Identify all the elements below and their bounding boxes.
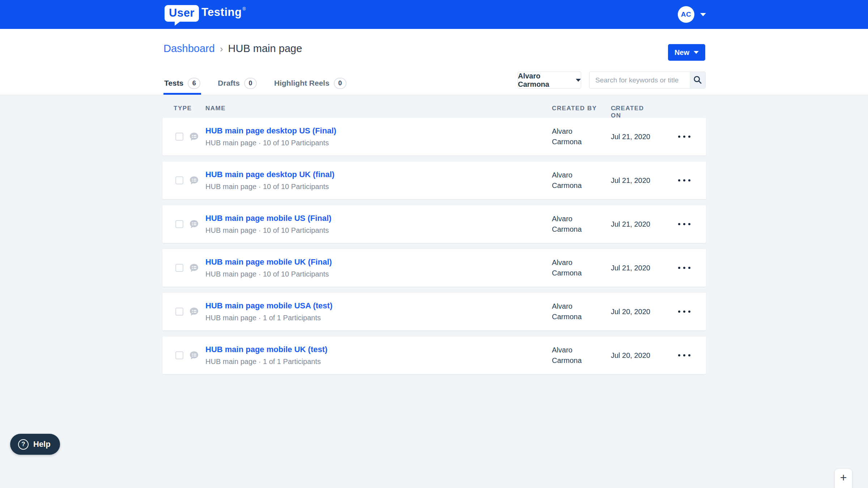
breadcrumb-dashboard-link[interactable]: Dashboard <box>163 43 215 55</box>
ellipsis-icon <box>678 179 680 181</box>
created-on-cell: Jul 20, 2020 <box>611 293 650 330</box>
help-button-label: Help <box>33 440 51 449</box>
created-by-cell: Alvaro Carmona <box>552 249 582 287</box>
row-actions-button[interactable] <box>672 293 696 330</box>
logo-speech-bubble: User <box>165 5 199 22</box>
test-subtitle: HUB main page · 10 of 10 Participants <box>205 226 331 235</box>
logo-testing-text: Testing <box>201 6 242 19</box>
test-name-cell: HUB main page mobile US (Final) HUB main… <box>205 205 331 243</box>
chevron-down-icon <box>576 79 581 82</box>
test-type-chat-bubble-icon <box>189 307 199 317</box>
test-subtitle: HUB main page · 1 of 1 Participants <box>205 314 332 322</box>
tab-drafts-label: Drafts <box>218 79 240 87</box>
test-type-chat-bubble-icon <box>189 176 199 185</box>
ellipsis-icon <box>678 311 680 313</box>
created-on-cell: Jul 21, 2020 <box>611 249 650 287</box>
search-input[interactable] <box>590 72 690 88</box>
tab-tests[interactable]: Tests 6 <box>163 72 201 95</box>
table-column-headers: TYPE NAME CREATED BY CREATED ON↓ <box>0 105 868 116</box>
logo-registered-mark: ® <box>242 7 246 12</box>
test-subtitle: HUB main page · 10 of 10 Participants <box>205 139 336 147</box>
owner-filter-dropdown[interactable]: Alvaro Carmona <box>518 72 581 89</box>
test-name-cell: HUB main page desktop US (Final) HUB mai… <box>205 118 336 155</box>
test-subtitle: HUB main page · 10 of 10 Participants <box>205 270 332 278</box>
test-name-cell: HUB main page desktop UK (final) HUB mai… <box>205 162 335 199</box>
ellipsis-icon <box>678 354 680 356</box>
table-row: HUB main page mobile USA (test) HUB main… <box>162 293 706 330</box>
created-on-cell: Jul 21, 2020 <box>611 205 650 243</box>
test-title-link[interactable]: HUB main page desktop UK (final) <box>205 170 335 179</box>
breadcrumb-separator-icon: › <box>220 43 223 55</box>
row-actions-button[interactable] <box>672 249 696 287</box>
test-title-link[interactable]: HUB main page mobile US (Final) <box>205 214 331 223</box>
ellipsis-icon <box>678 223 680 225</box>
test-name-cell: HUB main page mobile UK (test) HUB main … <box>205 337 327 374</box>
plus-icon: + <box>840 471 847 484</box>
row-actions-button[interactable] <box>672 205 696 243</box>
tab-highlight-reels-label: Highlight Reels <box>274 79 329 87</box>
created-by-cell: Alvaro Carmona <box>552 293 582 330</box>
new-button[interactable]: New <box>668 44 705 61</box>
tab-drafts-count-badge: 0 <box>244 78 257 89</box>
created-on-cell: Jul 20, 2020 <box>611 337 650 374</box>
test-subtitle: HUB main page · 10 of 10 Participants <box>205 183 335 191</box>
column-header-name: NAME <box>205 105 226 112</box>
test-type-chat-bubble-icon <box>189 219 199 229</box>
test-type-chat-bubble-icon <box>189 263 199 273</box>
test-title-link[interactable]: HUB main page desktop US (Final) <box>205 126 336 136</box>
breadcrumb: Dashboard › HUB main page <box>163 43 302 55</box>
row-checkbox[interactable] <box>175 133 183 141</box>
test-title-link[interactable]: HUB main page mobile UK (test) <box>205 345 327 354</box>
sort-descending-icon: ↓ <box>614 105 617 112</box>
tab-highlight-reels[interactable]: Highlight Reels 0 <box>273 72 347 95</box>
chevron-down-icon <box>700 13 706 16</box>
help-button[interactable]: ? Help <box>10 434 60 455</box>
usertesting-logo[interactable]: User Testing ® <box>165 5 246 22</box>
created-on-cell: Jul 21, 2020 <box>611 162 650 199</box>
row-checkbox[interactable] <box>175 264 183 272</box>
table-row: HUB main page desktop US (Final) HUB mai… <box>162 118 706 155</box>
table-row: HUB main page mobile US (Final) HUB main… <box>162 205 706 243</box>
add-floating-button[interactable]: + <box>835 469 852 488</box>
test-type-chat-bubble-icon <box>189 351 199 360</box>
tab-highlight-reels-count-badge: 0 <box>334 78 346 89</box>
row-checkbox[interactable] <box>175 176 183 184</box>
test-title-link[interactable]: HUB main page mobile UK (Final) <box>205 257 332 267</box>
tabs: Tests 6 Drafts 0 Highlight Reels 0 <box>163 72 347 95</box>
table-row: HUB main page mobile UK (test) HUB main … <box>162 337 706 374</box>
search-button[interactable] <box>690 72 705 88</box>
column-header-type: TYPE <box>174 105 192 112</box>
test-name-cell: HUB main page mobile UK (Final) HUB main… <box>205 249 332 287</box>
table-row: HUB main page desktop UK (final) HUB mai… <box>162 162 706 199</box>
page-title: HUB main page <box>228 43 302 55</box>
test-subtitle: HUB main page · 1 of 1 Participants <box>205 358 327 366</box>
question-mark-icon: ? <box>18 439 29 450</box>
owner-filter-value: Alvaro Carmona <box>518 72 571 89</box>
avatar[interactable]: AC <box>678 6 694 23</box>
ellipsis-icon <box>678 267 680 269</box>
row-actions-button[interactable] <box>672 337 696 374</box>
logo-user-text: User <box>169 7 195 19</box>
tab-tests-label: Tests <box>164 79 183 87</box>
created-by-cell: Alvaro Carmona <box>552 162 582 199</box>
created-by-cell: Alvaro Carmona <box>552 118 582 155</box>
row-actions-button[interactable] <box>672 118 696 155</box>
created-by-cell: Alvaro Carmona <box>552 205 582 243</box>
page-header: Dashboard › HUB main page New Tests 6 Dr… <box>0 29 868 95</box>
tab-tests-count-badge: 6 <box>188 78 200 89</box>
row-checkbox[interactable] <box>175 351 183 359</box>
row-actions-button[interactable] <box>672 162 696 199</box>
new-button-label: New <box>675 48 689 57</box>
test-type-chat-bubble-icon <box>189 132 199 142</box>
ellipsis-icon <box>678 136 680 138</box>
test-title-link[interactable]: HUB main page mobile USA (test) <box>205 301 332 311</box>
test-list: HUB main page desktop US (Final) HUB mai… <box>162 118 706 380</box>
created-on-cell: Jul 21, 2020 <box>611 118 650 155</box>
test-name-cell: HUB main page mobile USA (test) HUB main… <box>205 293 332 330</box>
account-menu-button[interactable]: AC <box>678 0 706 29</box>
table-row: HUB main page mobile UK (Final) HUB main… <box>162 249 706 287</box>
tab-drafts[interactable]: Drafts 0 <box>217 72 258 95</box>
column-header-created-by: CREATED BY <box>552 105 597 112</box>
row-checkbox[interactable] <box>175 220 183 228</box>
row-checkbox[interactable] <box>175 308 183 316</box>
